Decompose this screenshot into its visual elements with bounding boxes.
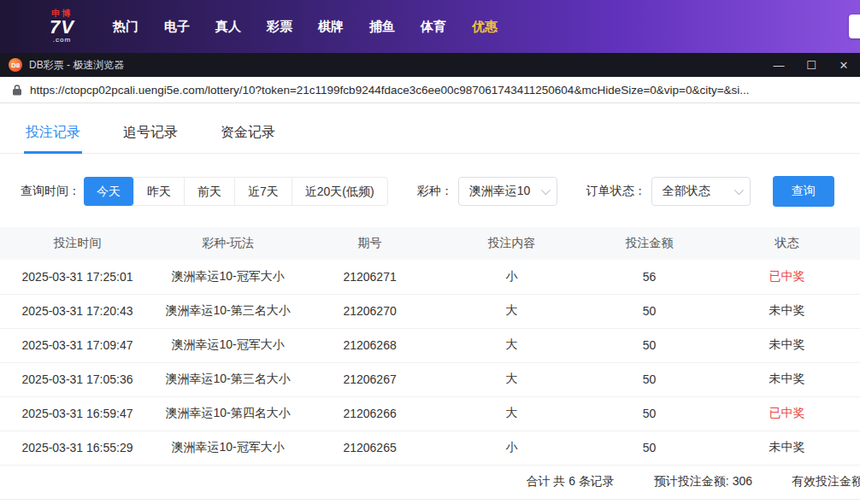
nav-item-slots[interactable]: 电子 — [151, 0, 203, 53]
window-title: DB彩票 - 极速浏览器 — [29, 58, 763, 73]
cell-issue: 21206267 — [301, 362, 439, 396]
cell-bet-time: 2025-03-31 17:20:43 — [0, 294, 155, 328]
cell-issue: 21206270 — [301, 294, 439, 328]
time-option-yesterday[interactable]: 昨天 — [133, 178, 184, 205]
tab-bet-records[interactable]: 投注记录 — [24, 114, 82, 153]
table-row[interactable]: 2025-03-31 17:25:01 澳洲幸运10-冠军大小 21206271… — [0, 260, 860, 294]
cell-content: 小 — [439, 260, 585, 294]
cell-amount: 50 — [585, 294, 714, 328]
col-header-amount: 投注金额 — [585, 227, 714, 260]
query-button[interactable]: 查询 — [773, 176, 834, 207]
lottery-filter-label: 彩种： — [417, 184, 453, 199]
tab-chase-records[interactable]: 追号记录 — [121, 114, 180, 153]
summary-expected: 预计投注金额: 306 — [654, 474, 752, 489]
cell-bet-time: 2025-03-31 16:59:47 — [0, 396, 155, 431]
time-range-group: 今天 昨天 前天 近7天 近20天(低频) — [84, 177, 388, 206]
time-option-2days-ago[interactable]: 前天 — [184, 178, 234, 205]
cell-game: 澳洲幸运10-冠军大小 — [155, 328, 301, 362]
logo-sub-text: .com — [50, 37, 74, 44]
cell-issue: 21206271 — [301, 260, 439, 294]
chevron-down-icon — [733, 185, 743, 195]
order-status-value: 全部状态 — [663, 184, 710, 199]
cell-issue: 21206268 — [301, 328, 439, 362]
address-bar[interactable]: https://ctopcp02pcali.uengi5e.com/lotter… — [0, 77, 860, 103]
lottery-select-value: 澳洲幸运10 — [469, 184, 531, 199]
table-row[interactable]: 2025-03-31 17:09:47 澳洲幸运10-冠军大小 21206268… — [0, 328, 860, 362]
cell-content: 大 — [439, 396, 585, 431]
col-header-bet-time: 投注时间 — [0, 227, 155, 260]
cell-game: 澳洲幸运10-第四名大小 — [155, 396, 301, 431]
tab-fund-records[interactable]: 资金记录 — [219, 114, 277, 153]
nav-item-fishing[interactable]: 捕鱼 — [356, 0, 408, 53]
cell-game: 澳洲幸运10-冠军大小 — [155, 431, 301, 465]
cell-bet-time: 2025-03-31 17:25:01 — [0, 260, 155, 294]
status-cell: 已中奖 — [714, 396, 860, 431]
close-button[interactable]: ✕ — [828, 53, 860, 77]
cell-game: 澳洲幸运10-冠军大小 — [155, 260, 301, 294]
lock-icon — [12, 84, 22, 96]
cell-amount: 56 — [585, 260, 714, 294]
lottery-select[interactable]: 澳洲幸运10 — [458, 177, 557, 206]
nav-item-live[interactable]: 真人 — [203, 0, 254, 53]
record-tabs: 投注记录 追号记录 资金记录 — [0, 114, 860, 154]
table-row[interactable]: 2025-03-31 16:55:29 澳洲幸运10-冠军大小 21206265… — [0, 431, 860, 465]
time-option-20days[interactable]: 近20天(低频) — [292, 178, 387, 205]
cell-bet-time: 2025-03-31 17:09:47 — [0, 328, 155, 362]
filter-bar: 查询时间： 今天 昨天 前天 近7天 近20天(低频) 彩种： 澳洲幸运10 订… — [0, 176, 860, 207]
status-cell: 未中奖 — [714, 431, 860, 465]
col-header-status: 状态 — [714, 227, 860, 260]
col-header-issue: 期号 — [301, 227, 439, 260]
minimize-button[interactable]: — — [763, 53, 795, 77]
cell-amount: 50 — [585, 396, 714, 431]
cell-content: 大 — [439, 294, 585, 328]
summary-valid: 有效投注金额 — [792, 474, 860, 489]
floating-widget[interactable] — [849, 15, 860, 38]
col-header-content: 投注内容 — [439, 227, 585, 260]
window-controls: — ☐ ✕ — [763, 53, 860, 77]
site-top-bar: 申博 7V .com 热门 电子 真人 彩票 棋牌 捕鱼 体育 优惠 — [0, 0, 860, 53]
table-header-row: 投注时间 彩种-玩法 期号 投注内容 投注金额 状态 — [0, 227, 860, 260]
maximize-button[interactable]: ☐ — [795, 53, 828, 77]
nav-item-cards[interactable]: 棋牌 — [305, 0, 356, 53]
time-option-7days[interactable]: 近7天 — [234, 178, 292, 205]
order-status-select[interactable]: 全部状态 — [651, 177, 751, 206]
nav-item-promo[interactable]: 优惠 — [459, 0, 510, 53]
url-text[interactable]: https://ctopcp02pcali.uengi5e.com/lotter… — [30, 84, 750, 97]
bet-records-table: 投注时间 彩种-玩法 期号 投注内容 投注金额 状态 2025-03-31 17… — [0, 227, 860, 466]
cell-bet-time: 2025-03-31 16:55:29 — [0, 431, 155, 465]
logo-main-text: 7V — [50, 18, 74, 37]
cell-amount: 50 — [585, 431, 714, 465]
col-header-game-play: 彩种-玩法 — [155, 227, 301, 260]
time-option-today[interactable]: 今天 — [84, 177, 133, 206]
summary-bar: 合计 共 6 条记录 预计投注金额: 306 有效投注金额 — [0, 466, 860, 500]
cell-amount: 50 — [585, 362, 714, 396]
browser-app-icon: D8 — [9, 58, 22, 72]
order-status-label: 订单状态： — [586, 184, 646, 199]
table-row[interactable]: 2025-03-31 17:20:43 澳洲幸运10-第三名大小 2120627… — [0, 294, 860, 328]
cell-game: 澳洲幸运10-第三名大小 — [155, 294, 301, 328]
cell-content: 大 — [439, 362, 585, 396]
main-nav: 热门 电子 真人 彩票 棋牌 捕鱼 体育 优惠 — [100, 0, 510, 53]
cell-content: 大 — [439, 328, 585, 362]
cell-issue: 21206265 — [301, 431, 439, 465]
summary-total: 合计 共 6 条记录 — [526, 474, 614, 489]
table-row[interactable]: 2025-03-31 16:59:47 澳洲幸运10-第四名大小 2120626… — [0, 396, 860, 431]
status-cell: 未中奖 — [714, 362, 860, 396]
cell-bet-time: 2025-03-31 17:05:36 — [0, 362, 155, 396]
chevron-down-icon — [540, 185, 550, 195]
status-cell: 未中奖 — [714, 328, 860, 362]
site-logo[interactable]: 申博 7V .com — [50, 9, 74, 44]
cell-game: 澳洲幸运10-第三名大小 — [155, 362, 301, 396]
status-cell: 已中奖 — [714, 260, 860, 294]
time-filter-label: 查询时间： — [21, 184, 80, 199]
nav-item-hot[interactable]: 热门 — [100, 0, 151, 53]
status-cell: 未中奖 — [714, 294, 860, 328]
cell-content: 小 — [439, 431, 585, 465]
table-row[interactable]: 2025-03-31 17:05:36 澳洲幸运10-第三名大小 2120626… — [0, 362, 860, 396]
nav-item-lottery[interactable]: 彩票 — [254, 0, 305, 53]
cell-issue: 21206266 — [301, 396, 439, 431]
cell-amount: 50 — [585, 328, 714, 362]
nav-item-sports[interactable]: 体育 — [408, 0, 459, 53]
browser-title-bar: D8 DB彩票 - 极速浏览器 — ☐ ✕ — [0, 53, 860, 77]
